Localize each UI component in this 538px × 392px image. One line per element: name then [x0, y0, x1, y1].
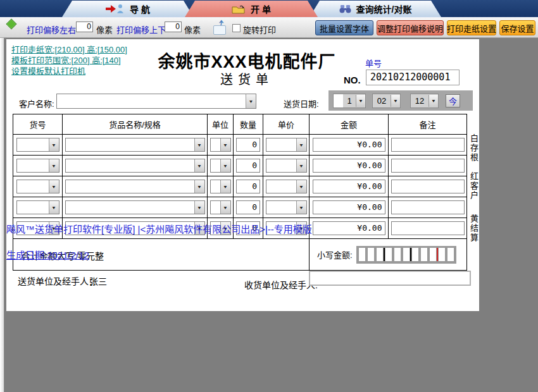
chevron-down-icon[interactable] [296, 201, 306, 214]
remark-input[interactable] [391, 159, 465, 173]
rotate-print-checkbox[interactable] [232, 24, 241, 32]
amount-digit-cell [394, 248, 401, 261]
remark-input[interactable] [391, 221, 465, 235]
chevron-down-icon[interactable] [296, 159, 306, 172]
amount-input[interactable]: ¥0.00 [313, 159, 385, 173]
delivery-date-label: 送货日期: [284, 97, 319, 109]
unit-select[interactable] [210, 200, 231, 214]
chevron-down-icon[interactable] [194, 138, 204, 151]
quantity-input[interactable]: 0 [236, 200, 260, 214]
receiver-input[interactable] [309, 271, 471, 286]
col-header: 货品名称/规格 [63, 114, 208, 135]
customer-select[interactable] [56, 94, 256, 109]
unit-price-select[interactable] [266, 138, 307, 152]
amount-digit-cell [385, 248, 392, 261]
item-code-select[interactable] [16, 138, 59, 152]
col-header: 货号 [13, 114, 63, 135]
date-year-value: 1 [343, 96, 356, 106]
default-printer-link[interactable]: 设置模板默认打印机 [11, 66, 127, 77]
date-day-value: 12 [411, 96, 429, 106]
quantity-input[interactable]: 0 [236, 180, 260, 193]
date-year-select[interactable]: 1 [333, 94, 366, 108]
table-header-row: 货号 货品名称/规格 单位 数量 单价 金额 备注 [13, 114, 467, 135]
today-button[interactable]: 今 [446, 94, 460, 107]
date-month-select[interactable]: 02 [372, 94, 401, 108]
chevron-down-icon[interactable] [296, 138, 306, 151]
offset-lr-label: 打印偏移左右 [27, 23, 76, 35]
item-code-select[interactable] [16, 159, 59, 173]
chevron-down-icon[interactable] [49, 180, 59, 193]
chevron-down-icon[interactable] [429, 95, 438, 107]
binoculars-icon [339, 4, 351, 13]
amount-digit-cell [447, 248, 454, 261]
item-code-select[interactable] [16, 180, 59, 193]
amount-input[interactable]: ¥0.00 [313, 180, 385, 193]
left-splitter[interactable] [0, 38, 4, 392]
delivery-note-document: 打印走纸宽:[210.00] 高:[150.00] 模板打印范围宽:[200] … [6, 39, 479, 311]
chevron-down-icon[interactable] [220, 138, 230, 151]
item-name-select[interactable] [65, 138, 205, 152]
unit-select[interactable] [210, 159, 231, 173]
remark-input[interactable] [391, 138, 465, 152]
amount-input[interactable]: ¥0.00 [313, 138, 385, 152]
chevron-down-icon[interactable] [194, 159, 204, 172]
chevron-down-icon[interactable] [220, 201, 230, 214]
quantity-input[interactable]: 0 [236, 138, 260, 152]
grid-separator [410, 248, 411, 261]
chevron-down-icon[interactable] [49, 201, 59, 214]
copy-label-stub: 白存根 [468, 134, 480, 162]
unit-price-select[interactable] [266, 159, 307, 173]
items-table: 货号 货品名称/规格 单位 数量 单价 金额 备注 0 ¥0.00 [13, 114, 467, 271]
chevron-down-icon[interactable] [49, 138, 59, 151]
template-range-link[interactable]: 模板打印范围宽:[200] 高:[140] [11, 55, 127, 66]
batch-font-button[interactable]: 批量设置字体 [315, 20, 373, 35]
amount-digit-cell [359, 248, 365, 261]
diamond-icon [7, 20, 16, 28]
paper-size-link[interactable]: 打印走纸宽:[210.00] 高:[150.00] [11, 44, 127, 55]
chevron-down-icon[interactable] [194, 201, 204, 214]
chevron-down-icon[interactable] [356, 95, 365, 107]
unit-price-select[interactable] [266, 200, 307, 214]
amount-digit-cell [421, 248, 427, 261]
rotate-print-label: 旋转打印 [243, 23, 276, 35]
chevron-down-icon[interactable] [49, 159, 59, 172]
date-month-value: 02 [373, 96, 391, 106]
chevron-down-icon[interactable] [391, 95, 400, 107]
tab-label: 导 航 [130, 3, 150, 15]
remark-input[interactable] [391, 180, 465, 193]
grid-separator [437, 248, 438, 261]
unit-select[interactable] [210, 138, 231, 152]
item-name-select[interactable] [65, 200, 205, 214]
tab-label: 查询统计/对账 [356, 3, 412, 15]
offset-lr-input[interactable]: 0 [76, 21, 93, 32]
save-settings-button[interactable]: 保存设置 [499, 20, 535, 35]
table-row: 0 ¥0.00 [13, 176, 467, 197]
item-name-select[interactable] [65, 180, 205, 193]
adjust-offset-help-button[interactable]: 调整打印偏移说明 [377, 20, 444, 35]
col-header: 数量 [234, 114, 263, 135]
order-no-input[interactable]: 20210212000001 [366, 70, 460, 85]
quantity-input[interactable]: 0 [236, 159, 260, 173]
tab-query-statistics[interactable]: 查询统计/对账 [310, 1, 441, 17]
chevron-down-icon[interactable] [296, 180, 306, 193]
remark-input[interactable] [391, 200, 465, 214]
paper-feed-settings-button[interactable]: 打印走纸设置 [447, 20, 496, 35]
tab-navigation[interactable]: 导 航 [62, 1, 194, 17]
amount-input[interactable]: ¥0.00 [313, 221, 385, 235]
no-label: NO. [344, 75, 361, 85]
date-day-select[interactable]: 12 [410, 94, 439, 108]
unit-select[interactable] [210, 180, 231, 193]
table-row: 0 ¥0.00 [13, 135, 467, 156]
col-header: 金额 [310, 114, 389, 135]
amount-digit-cell [412, 248, 418, 261]
item-name-select[interactable] [65, 159, 205, 173]
tab-create-order[interactable]: 开 单 [185, 1, 318, 17]
chevron-down-icon[interactable] [194, 180, 204, 193]
amount-input[interactable]: ¥0.00 [313, 200, 385, 214]
offset-tb-input[interactable]: 0 [165, 21, 182, 32]
unit-price-select[interactable] [266, 180, 307, 193]
item-code-select[interactable] [16, 200, 59, 214]
chevron-down-icon[interactable] [220, 159, 230, 172]
chevron-down-icon[interactable] [220, 180, 230, 193]
chevron-down-icon[interactable] [246, 94, 256, 108]
